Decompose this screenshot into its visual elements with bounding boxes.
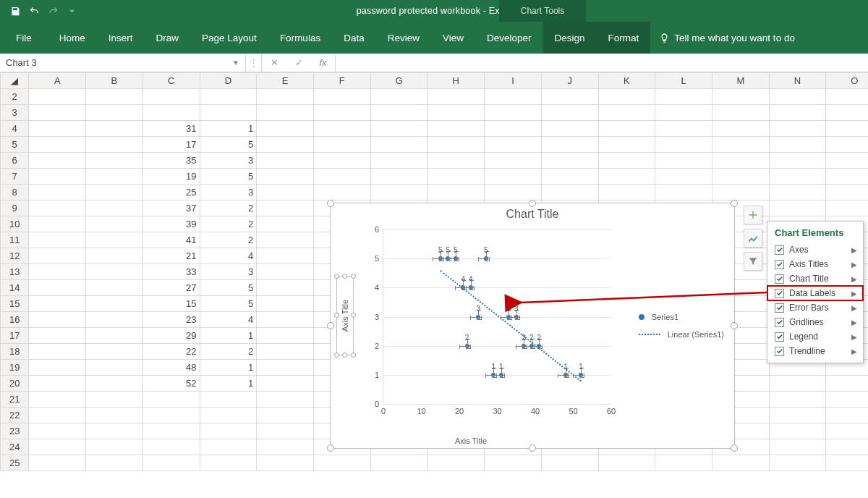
checkbox[interactable] — [775, 318, 784, 327]
tab-draw[interactable]: Draw — [145, 22, 191, 54]
cell[interactable] — [257, 185, 314, 201]
cell[interactable] — [826, 169, 868, 185]
cell[interactable] — [86, 232, 143, 248]
cell[interactable] — [485, 137, 542, 153]
row-header[interactable]: 11 — [1, 232, 29, 248]
cell[interactable] — [200, 89, 257, 105]
cell[interactable]: 2 — [200, 216, 257, 232]
cell[interactable]: 2 — [200, 201, 257, 216]
column-header[interactable]: B — [86, 73, 143, 89]
cell[interactable] — [257, 455, 314, 471]
cell[interactable] — [598, 105, 655, 121]
cell[interactable] — [826, 137, 868, 153]
cell[interactable] — [485, 185, 542, 201]
cell[interactable] — [257, 153, 314, 169]
cell[interactable]: 3 — [200, 153, 257, 169]
cell[interactable] — [86, 201, 143, 216]
chevron-right-icon[interactable]: ▶ — [851, 261, 857, 269]
cell[interactable] — [86, 423, 143, 439]
cell[interactable] — [29, 169, 86, 185]
cell[interactable]: 19 — [142, 169, 200, 185]
data-point[interactable]: 5 — [484, 256, 488, 261]
embedded-chart[interactable]: Chart Title Axis Title 01234560102030405… — [330, 203, 735, 449]
cell[interactable]: 3 — [200, 185, 257, 201]
cell[interactable] — [655, 89, 712, 105]
chart-element-axis-titles[interactable]: Axis Titles▶ — [767, 257, 863, 271]
cell[interactable] — [200, 392, 257, 408]
cell[interactable] — [541, 105, 598, 121]
cell[interactable] — [313, 121, 370, 137]
column-header[interactable]: J — [541, 73, 598, 89]
cell[interactable] — [29, 296, 86, 312]
cell[interactable]: 41 — [142, 232, 200, 248]
cell[interactable] — [712, 137, 769, 153]
cell[interactable]: 48 — [142, 360, 200, 376]
column-header[interactable]: O — [826, 73, 868, 89]
cell[interactable]: 1 — [200, 376, 257, 392]
cell[interactable] — [313, 153, 370, 169]
plot-area[interactable]: 0123456010203040506055542435113322211 — [364, 229, 611, 418]
cell[interactable] — [712, 455, 769, 471]
cell[interactable] — [86, 280, 143, 296]
cell[interactable] — [598, 455, 655, 471]
column-header[interactable]: A — [29, 73, 86, 89]
cell[interactable] — [313, 89, 370, 105]
cell[interactable] — [655, 105, 712, 121]
cell[interactable] — [826, 455, 868, 471]
data-point[interactable]: 3 — [514, 315, 519, 319]
cell[interactable] — [598, 89, 655, 105]
cell[interactable] — [257, 439, 314, 455]
cell[interactable] — [29, 344, 86, 360]
cell[interactable] — [257, 89, 314, 105]
legend-entry[interactable]: Linear (Series1) — [639, 326, 724, 343]
cell[interactable] — [86, 89, 143, 105]
column-header[interactable]: I — [485, 73, 542, 89]
cell[interactable] — [29, 201, 86, 216]
cell[interactable] — [485, 121, 542, 137]
cell[interactable]: 15 — [142, 296, 200, 312]
tab-design[interactable]: Design — [543, 22, 597, 54]
cell[interactable] — [257, 232, 314, 248]
row-header[interactable]: 14 — [1, 280, 29, 296]
undo-button[interactable] — [25, 1, 43, 20]
cell[interactable] — [769, 376, 826, 392]
cell[interactable] — [655, 137, 712, 153]
fx-icon[interactable]: fx — [311, 54, 336, 72]
cell[interactable] — [769, 392, 826, 408]
cell[interactable] — [485, 169, 542, 185]
chevron-right-icon[interactable]: ▶ — [851, 246, 857, 254]
save-button[interactable] — [6, 1, 25, 20]
tab-developer[interactable]: Developer — [475, 22, 543, 54]
cell[interactable] — [313, 137, 370, 153]
cell[interactable] — [257, 376, 314, 392]
chart-element-error-bars[interactable]: Error Bars▶ — [767, 300, 863, 315]
cell[interactable] — [313, 105, 370, 121]
cell[interactable] — [86, 439, 143, 455]
cell[interactable] — [826, 408, 868, 423]
chart-filters-button[interactable] — [744, 252, 762, 271]
cell[interactable] — [29, 376, 86, 392]
cell[interactable] — [826, 105, 868, 121]
cell[interactable] — [313, 185, 370, 201]
checkbox[interactable] — [775, 347, 784, 356]
cell[interactable] — [541, 455, 598, 471]
tab-data[interactable]: Data — [332, 22, 376, 54]
cell[interactable] — [29, 153, 86, 169]
cell[interactable] — [769, 455, 826, 471]
cell[interactable] — [769, 201, 826, 216]
cell[interactable] — [86, 105, 143, 121]
chevron-right-icon[interactable]: ▶ — [851, 304, 857, 312]
checkbox[interactable] — [775, 332, 784, 342]
cell[interactable] — [655, 455, 712, 471]
cell[interactable] — [769, 185, 826, 201]
cell[interactable] — [826, 121, 868, 137]
cell[interactable] — [29, 312, 86, 328]
row-header[interactable]: 10 — [1, 216, 29, 232]
cell[interactable]: 1 — [200, 121, 257, 137]
cell[interactable] — [485, 455, 542, 471]
cell[interactable]: 37 — [142, 201, 200, 216]
cell[interactable] — [29, 328, 86, 344]
cell[interactable] — [200, 439, 257, 455]
column-header[interactable]: C — [142, 73, 200, 89]
cell[interactable] — [29, 423, 86, 439]
